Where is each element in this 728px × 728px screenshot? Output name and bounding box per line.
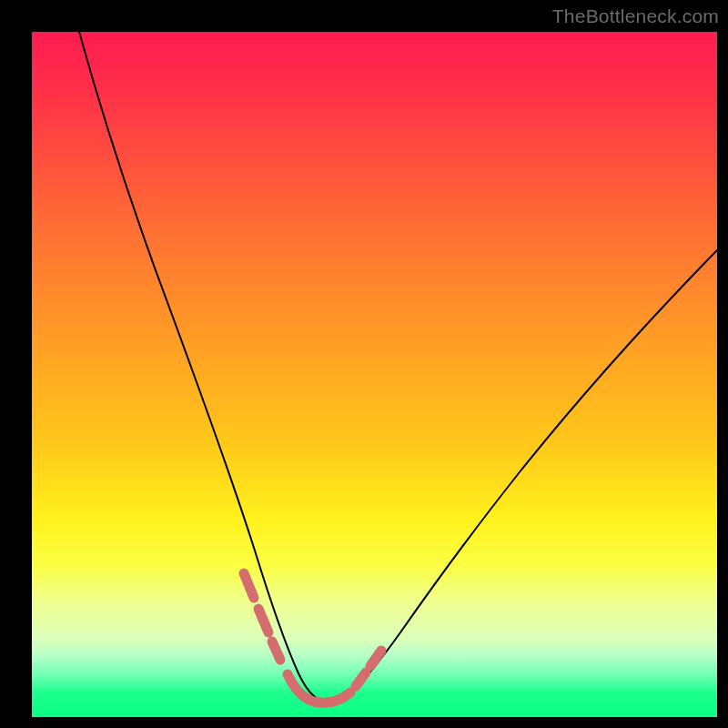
chart-frame: TheBottleneck.com [0,0,728,728]
highlight-right [356,651,381,686]
watermark-text: TheBottleneck.com [552,5,719,27]
plot-area [32,32,717,717]
highlight-left [244,573,280,660]
bottleneck-curve [32,32,717,717]
curve-main [79,32,717,702]
highlight-bottom [288,674,350,703]
